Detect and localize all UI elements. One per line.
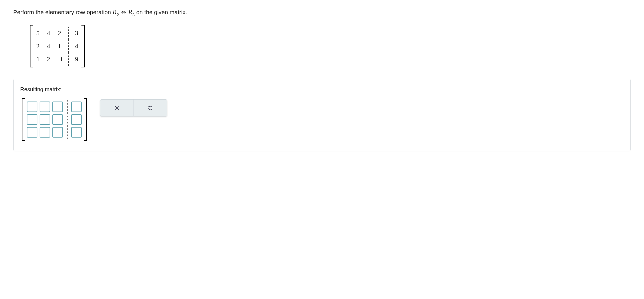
operation-r2: R2 xyxy=(112,8,119,16)
matrix-cell: 2 xyxy=(43,53,54,66)
matrix-input[interactable] xyxy=(52,114,63,125)
right-bracket-icon xyxy=(81,25,85,67)
panel-label: Resulting matrix: xyxy=(20,86,624,93)
matrix-input[interactable] xyxy=(40,114,50,125)
matrix-row: 2 4 1 4 xyxy=(33,40,82,53)
left-bracket-icon xyxy=(22,98,25,141)
matrix-cell: 4 xyxy=(43,27,54,40)
aug-separator xyxy=(65,102,69,112)
matrix-row xyxy=(27,102,82,112)
matrix-input[interactable] xyxy=(27,114,37,125)
matrix-cell: 1 xyxy=(33,53,43,66)
answer-matrix xyxy=(22,98,87,141)
clear-button[interactable] xyxy=(100,100,134,116)
matrix-input[interactable] xyxy=(52,127,63,138)
matrix-cell: 5 xyxy=(33,27,43,40)
aug-separator xyxy=(65,114,69,125)
aug-separator xyxy=(65,127,69,138)
matrix-row xyxy=(27,127,82,138)
matrix-input[interactable] xyxy=(40,127,50,138)
matrix-input[interactable] xyxy=(52,102,63,112)
matrix-cell: 2 xyxy=(33,40,43,53)
matrix-input[interactable] xyxy=(71,114,82,125)
matrix-input[interactable] xyxy=(40,102,50,112)
right-bracket-icon xyxy=(84,98,87,141)
matrix-aug-cell: 9 xyxy=(68,53,82,66)
question-prefix: Perform the elementary row operation xyxy=(13,9,112,15)
operation-r3: R3 xyxy=(128,8,135,16)
matrix-aug-cell: 3 xyxy=(68,27,82,40)
matrix-input[interactable] xyxy=(27,127,37,138)
matrix-input[interactable] xyxy=(71,127,82,138)
matrix-input[interactable] xyxy=(27,102,37,112)
toolbar xyxy=(100,99,167,116)
question-text: Perform the elementary row operation R2 … xyxy=(13,8,631,17)
matrix-input[interactable] xyxy=(71,102,82,112)
matrix-row: 5 4 2 3 xyxy=(33,27,82,40)
answer-panel: Resulting matrix: xyxy=(13,79,631,151)
matrix-cell: 1 xyxy=(54,40,68,53)
question-suffix: on the given matrix. xyxy=(136,9,187,15)
swap-arrow-icon: ⇔ xyxy=(120,9,127,16)
matrix-row: 1 2 −1 9 xyxy=(33,53,82,66)
matrix-row xyxy=(27,114,82,125)
matrix-cell: 4 xyxy=(43,40,54,53)
matrix-aug-cell: 4 xyxy=(68,40,82,53)
matrix-cell: −1 xyxy=(54,53,68,66)
given-matrix: 5 4 2 3 2 4 1 4 1 2 −1 9 xyxy=(30,25,631,69)
reset-button[interactable] xyxy=(134,100,167,116)
x-icon xyxy=(114,105,120,111)
matrix-cell: 2 xyxy=(54,27,68,40)
undo-icon xyxy=(147,105,153,111)
left-bracket-icon xyxy=(30,25,33,67)
